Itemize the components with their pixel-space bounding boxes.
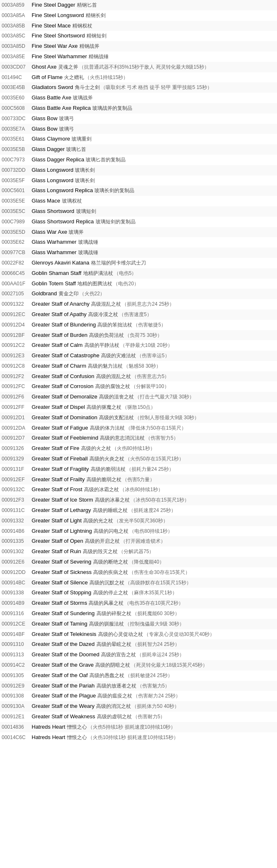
- item-id: 000C5608: [2, 104, 32, 112]
- item-name-cn: 高级的火之杖: [81, 445, 111, 453]
- item-name-cn: 高级混乱之杖: [91, 300, 121, 308]
- item-id: 000912FC: [2, 383, 32, 391]
- item-id: 0003E45B: [2, 84, 32, 91]
- item-id: 000912C2: [2, 341, 32, 349]
- item-name-en: Greater Staff of Severing: [32, 558, 92, 566]
- table-row: 00091305Greater Staff of the Oaf高级的愚蠢之杖 …: [0, 670, 277, 681]
- item-name-cn: 高级的平静法杖: [84, 341, 119, 349]
- item-name-en: Greater Staff of Stopping: [32, 589, 92, 597]
- item-name-en: Glenroys Akaviri Katana: [32, 259, 89, 267]
- item-name-en: Greater Staff of Calm: [32, 341, 83, 350]
- item-name-en: Glass Shortsword Replica: [32, 218, 94, 226]
- item-name-cn: 高级的驯服法杖: [89, 620, 124, 628]
- item-desc: （吸取剑术 弓术 格挡 徒手 轻甲 重甲技能5 15秒）: [101, 84, 212, 91]
- item-desc: （分解武器75）: [119, 548, 154, 556]
- item-name-en: Greater Staff of Domination: [32, 413, 97, 422]
- table-row: 000AA01FGoblin Totem Staff地精的图腾法杖 （电伤20）: [0, 279, 277, 289]
- item-name-cn: 高级的晕眩之杖: [96, 640, 131, 648]
- table-row: 00091302Greater Staff of Ruin高级的毁灭之杖 （分解…: [0, 547, 277, 557]
- table-row: 00027105Goldbrand黄金之印 （火伤22）: [0, 289, 277, 299]
- item-name-cn: 玻璃权杖: [62, 197, 82, 205]
- item-desc: （损耗力量24 25秒）: [126, 465, 174, 473]
- table-row: 00091338Greater Staff of Stopping高级的停止之杖…: [0, 588, 277, 598]
- item-desc: （火伤22）: [79, 290, 105, 298]
- item-id: 000912E1: [2, 713, 32, 721]
- item-name-en: Greater Staff of Light: [32, 517, 82, 525]
- item-desc: （抗普通武器不利35%15秒于敌人 死灵转化最大8级15秒）: [79, 63, 209, 71]
- item-id: 001494C: [2, 74, 32, 82]
- item-desc: （火伤10持续1秒 损耗速度10持续15秒）: [88, 734, 178, 742]
- table-row: 00035E5BGlass Dagger玻璃匕首: [0, 144, 277, 155]
- item-id: 00091322: [2, 300, 32, 308]
- item-name-cn: 玻璃长剑的复制品: [94, 187, 134, 195]
- item-name-en: Greater Staff of Fireball: [32, 455, 88, 463]
- item-name-cn: 精钢匕首: [77, 1, 97, 9]
- item-name-en: Greater Staff of Open: [32, 537, 83, 546]
- item-name-en: Greater Staff of Confusion: [32, 372, 94, 381]
- item-name-en: Greater Staff of Corrosion: [32, 382, 94, 391]
- item-name-cn: 高级的闪电之杖: [94, 527, 129, 535]
- table-row: 000977CBGlass Warhammer玻璃战锤: [0, 247, 277, 258]
- table-row: 000912DAGreater Staff of Fatigue高级的体力法杖 …: [0, 423, 277, 433]
- item-name-cn: 高级的冰暴之杖: [95, 496, 130, 504]
- item-id: 00091305: [2, 672, 32, 680]
- item-name-en: Greater Staff of Weakness: [32, 712, 95, 721]
- table-row: 000912ECGreater Staff of Apathy高级冷漠之杖 （伤…: [0, 309, 277, 320]
- table-row: 00091310Greater Staff of the Dazed高级的晕眩之…: [0, 639, 277, 650]
- item-name-cn: 高级的沉默之杖: [89, 579, 124, 587]
- item-id: 000912DA: [2, 424, 32, 432]
- item-name-en: Greater Staff of the Grave: [32, 661, 94, 670]
- item-id: 0003A85A: [2, 12, 32, 20]
- item-name-cn: 高级的灾难法杖: [101, 352, 136, 360]
- item-desc: （伤害生命30存在15英尺）: [129, 569, 190, 576]
- item-name-en: Fine Steel Longsword: [32, 11, 84, 20]
- item-desc: （电伤35存在10英尺2秒）: [124, 599, 183, 607]
- table-row: 000C5608Glass Battle Axe Replica玻璃战斧的复制品: [0, 103, 277, 114]
- item-name-en: Glass Warhammer: [32, 248, 77, 257]
- item-id: 00014C6C: [2, 734, 32, 742]
- item-name-en: Greater Staff of Fatigue: [32, 424, 88, 433]
- item-name-cn: 高级的停止之杖: [93, 589, 128, 597]
- table-row: 00014836Hatreds Heart憎恨之心 （火伤5持续1秒 损耗速度1…: [0, 722, 277, 732]
- table-row: 000914C2Greater Staff of the Grave高级的阴暗之…: [0, 660, 277, 670]
- item-id: 000912DD: [2, 569, 32, 576]
- item-id: 00022F82: [2, 259, 32, 267]
- item-name-en: Greater Staff of Ruin: [32, 547, 81, 556]
- item-name-cn: 憎恨之心: [67, 734, 87, 742]
- item-name-cn: 精钢短剑: [87, 32, 106, 40]
- item-id: 000732DD: [2, 166, 32, 174]
- item-id: 000912E9: [2, 682, 32, 690]
- item-name-cn: 玻璃斧: [69, 228, 84, 236]
- item-name-en: Greater Staff of the Dazed: [32, 640, 95, 649]
- table-row: 000C7973Glass Dagger Replica玻璃匕首的复制品: [0, 155, 277, 165]
- item-name-cn: 灵魂之斧: [58, 63, 78, 71]
- item-name-cn: 玻璃长剑: [75, 177, 95, 185]
- item-id: 0009131C: [2, 507, 32, 514]
- item-id: 0003CD07: [2, 63, 32, 71]
- item-name-cn: 高级的放逐者之杖: [96, 682, 136, 690]
- table-row: 0009132CGreater Staff of Frost高级的冰霜之杖 （冰…: [0, 485, 277, 495]
- item-name-cn: 地精的图腾法杖: [77, 280, 112, 288]
- table-row: 000912CEGreater Staff of Taming高级的驯服法杖 （…: [0, 619, 277, 629]
- item-id: 000C5601: [2, 187, 32, 195]
- table-row: 00035E5DGlass War Axe玻璃斧: [0, 227, 277, 237]
- item-id: 000912EC: [2, 311, 32, 319]
- item-name-cn: 高级的消沉之杖: [96, 702, 131, 710]
- table-row: 00091322Greater Staff of Anarchy高级混乱之杖 （…: [0, 299, 277, 309]
- item-name-cn: 玻璃短剑的复制品: [96, 218, 136, 226]
- item-name-cn: 黄金之印: [59, 290, 79, 298]
- item-desc: （专家及心灵促动30英尺40秒）: [144, 631, 215, 638]
- table-row: 00091316Greater Staff of Sundering高级的碎裂之…: [0, 608, 277, 619]
- item-id: 00027105: [2, 290, 32, 298]
- item-desc: （死灵转化最大18级15英尺45秒）: [131, 661, 208, 669]
- item-desc: （打开困难造锁术）: [121, 537, 166, 545]
- item-desc: （伤害耐力5）: [133, 713, 166, 721]
- item-id: 00091310: [2, 640, 32, 648]
- item-name-cn: 高级的宣告之杖: [101, 651, 136, 659]
- item-name-en: Hatreds Heart: [32, 733, 65, 742]
- table-row: 000912F3Greater Staff of Ice Storm高级的冰暴之…: [0, 495, 277, 505]
- item-id: 000AA01F: [2, 280, 32, 288]
- table-row: 000912E1Greater Staff of Weakness高级的虚弱之杖…: [0, 712, 277, 722]
- item-name-en: Greater Staff of Storms: [32, 599, 87, 608]
- item-name-cn: 玻璃短剑: [76, 208, 96, 215]
